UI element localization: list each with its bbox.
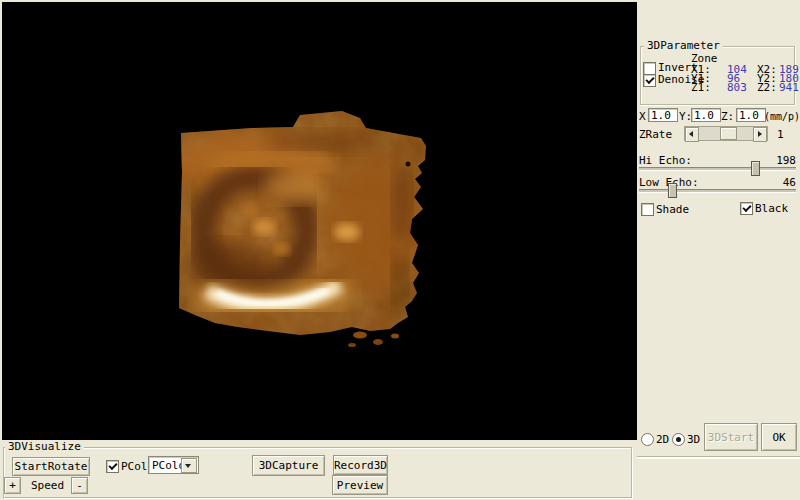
speed-plus-button[interactable]: + bbox=[4, 477, 21, 494]
mode-3d-label: 3D bbox=[687, 434, 700, 445]
hi-echo-thumb[interactable] bbox=[751, 161, 760, 176]
record3d-button[interactable]: Record3D bbox=[333, 455, 388, 475]
speed-label: Speed bbox=[31, 480, 64, 491]
preview-button[interactable]: Preview bbox=[332, 475, 388, 495]
zrate-label: ZRate bbox=[639, 129, 672, 140]
shade-checkbox[interactable] bbox=[641, 203, 654, 216]
hi-echo-slider[interactable] bbox=[639, 167, 796, 171]
mode-2d-radio[interactable] bbox=[641, 433, 654, 446]
ultrasound-render bbox=[2, 2, 637, 440]
shade-label: Shade bbox=[656, 204, 689, 215]
capture3d-button[interactable]: 3DCapture bbox=[252, 455, 325, 476]
parameter-groupbox-label: 3DParameter bbox=[644, 40, 723, 52]
ok-button[interactable]: OK bbox=[761, 423, 797, 451]
mode-3d-radio[interactable] bbox=[672, 433, 685, 446]
zone-z2-label: Z2: bbox=[757, 82, 777, 93]
start-rotate-button[interactable]: StartRotate bbox=[12, 457, 90, 476]
scale-y-input[interactable] bbox=[691, 108, 721, 122]
dropdown-arrow-icon bbox=[185, 464, 191, 468]
scale-z-input[interactable] bbox=[736, 108, 766, 122]
scale-x-input[interactable] bbox=[648, 108, 678, 122]
pcolor-combobox-button[interactable] bbox=[181, 458, 197, 473]
pcolor-combobox[interactable]: PColor bbox=[148, 456, 199, 474]
visualize-groupbox-label: 3DVisualize bbox=[5, 441, 84, 453]
zrate-right-arrow-icon[interactable] bbox=[753, 127, 767, 142]
hi-echo-value: 198 bbox=[776, 155, 796, 166]
scale-z-label: Z: bbox=[721, 111, 734, 122]
zrate-left-arrow-icon[interactable] bbox=[685, 127, 699, 142]
denoise-checkbox[interactable] bbox=[643, 74, 656, 87]
zone-z2-value: 941 bbox=[779, 82, 799, 93]
low-echo-thumb[interactable] bbox=[668, 183, 677, 198]
low-echo-slider[interactable] bbox=[639, 189, 796, 193]
scale-unit-label: (mm/p) bbox=[764, 111, 800, 122]
speed-minus-button[interactable]: - bbox=[71, 477, 88, 494]
zrate-thumb[interactable] bbox=[720, 127, 737, 140]
pcolor-checkbox[interactable] bbox=[106, 460, 119, 473]
zrate-value: 1 bbox=[777, 129, 784, 140]
arrow-right-icon bbox=[758, 131, 762, 137]
zrate-scrollbar[interactable] bbox=[684, 126, 768, 141]
zone-z1-label: Z1: bbox=[691, 82, 711, 93]
black-checkbox[interactable] bbox=[740, 202, 753, 215]
black-label: Black bbox=[755, 203, 788, 214]
render-viewport[interactable] bbox=[2, 2, 637, 440]
arrow-left-icon bbox=[689, 131, 693, 137]
parameter-panel: 3DParameter Invert Denoise Zone X1: 104 … bbox=[637, 0, 800, 500]
mode-2d-label: 2D bbox=[656, 434, 669, 445]
hi-echo-label: Hi Echo: bbox=[639, 155, 692, 166]
panel-separator bbox=[637, 456, 800, 459]
low-echo-value: 46 bbox=[783, 177, 796, 188]
start3d-button[interactable]: 3DStart bbox=[704, 423, 758, 451]
zrate-track[interactable] bbox=[699, 127, 753, 140]
zone-z1-value: 803 bbox=[727, 82, 747, 93]
